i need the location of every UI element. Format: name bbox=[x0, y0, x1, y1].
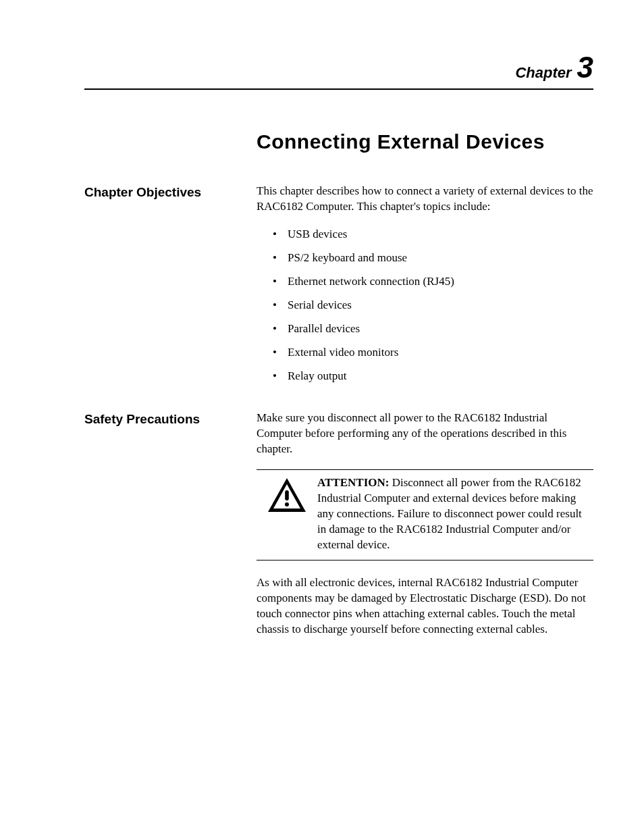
chapter-label: Chapter bbox=[515, 64, 571, 81]
svg-rect-2 bbox=[285, 490, 289, 500]
chapter-title: Connecting External Devices bbox=[257, 130, 593, 153]
bullet-item: Serial devices bbox=[273, 298, 593, 313]
safety-intro: Make sure you disconnect all power to th… bbox=[257, 411, 593, 457]
attention-icon-wrap bbox=[257, 475, 317, 553]
attention-label: ATTENTION: bbox=[317, 476, 389, 489]
chapter-number: 3 bbox=[577, 51, 593, 84]
attention-text: ATTENTION: Disconnect all power from the… bbox=[317, 475, 593, 553]
svg-point-3 bbox=[285, 502, 289, 506]
section-heading-safety: Safety Precautions bbox=[84, 411, 257, 637]
bullet-item: USB devices bbox=[273, 227, 593, 242]
section-objectives: Chapter Objectives This chapter describe… bbox=[84, 184, 593, 392]
section-safety: Safety Precautions Make sure you disconn… bbox=[84, 411, 593, 637]
bullet-item: Ethernet network connection (RJ45) bbox=[273, 274, 593, 290]
objectives-intro: This chapter describes how to connect a … bbox=[257, 184, 593, 215]
document-page: Chapter 3 Connecting External Devices Ch… bbox=[0, 0, 644, 637]
bullet-item: External video monitors bbox=[273, 345, 593, 361]
bullet-item: Parallel devices bbox=[273, 321, 593, 337]
warning-triangle-icon bbox=[267, 477, 307, 513]
bullet-item: PS/2 keyboard and mouse bbox=[273, 251, 593, 266]
section-body-safety: Make sure you disconnect all power to th… bbox=[257, 411, 593, 637]
section-body-objectives: This chapter describes how to connect a … bbox=[257, 184, 593, 392]
section-heading-objectives: Chapter Objectives bbox=[84, 184, 257, 392]
chapter-header: Chapter 3 bbox=[84, 51, 593, 90]
attention-box: ATTENTION: Disconnect all power from the… bbox=[257, 469, 593, 561]
esd-paragraph: As with all electronic devices, internal… bbox=[257, 575, 593, 637]
bullet-item: Relay output bbox=[273, 369, 593, 384]
objectives-bullets: USB devices PS/2 keyboard and mouse Ethe… bbox=[257, 227, 593, 384]
